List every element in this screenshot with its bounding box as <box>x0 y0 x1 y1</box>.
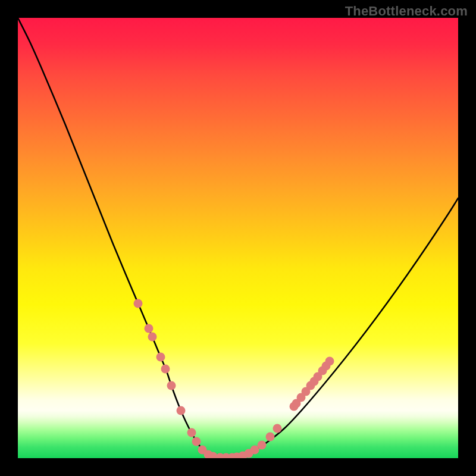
marker-dot <box>134 299 143 308</box>
marker-dot <box>266 433 275 441</box>
chart-frame: TheBottleneck.com <box>0 0 476 476</box>
marker-dot <box>325 357 334 366</box>
marker-dot <box>273 424 282 433</box>
marker-dot <box>161 365 170 374</box>
marker-dot <box>145 324 154 333</box>
marker-dot <box>156 353 165 362</box>
marker-dot <box>187 428 196 437</box>
marker-dot <box>192 437 201 446</box>
marker-dot <box>258 441 267 450</box>
marker-dot <box>167 381 176 390</box>
bottleneck-chart <box>0 0 476 476</box>
marker-dot <box>148 333 157 342</box>
plot-background <box>18 18 458 458</box>
marker-dot <box>177 406 186 415</box>
watermark-label: TheBottleneck.com <box>345 4 468 19</box>
